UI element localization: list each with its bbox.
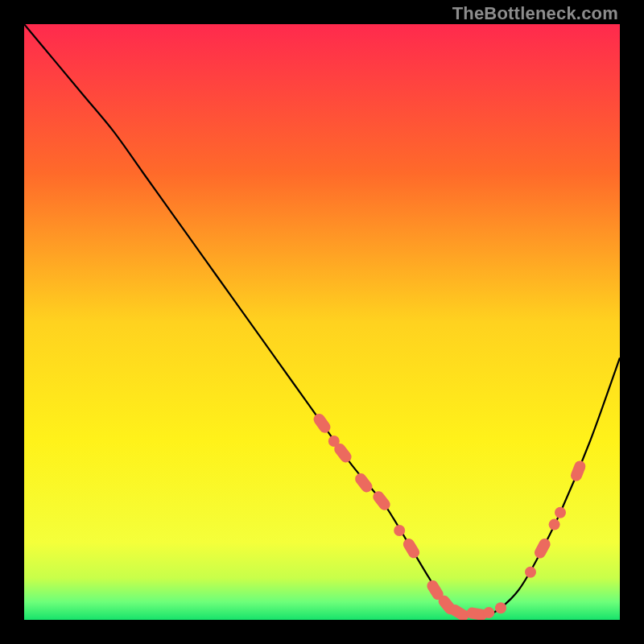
curve-marker-dot: [525, 567, 536, 578]
gradient-background: [24, 24, 620, 620]
chart-frame: [24, 24, 620, 620]
curve-marker-dot: [555, 507, 566, 518]
bottleneck-chart: [24, 24, 620, 620]
curve-marker-dot: [549, 519, 560, 530]
curve-marker-dot: [495, 602, 506, 613]
curve-marker-dot: [483, 607, 494, 618]
attribution-label: TheBottleneck.com: [452, 3, 618, 24]
curve-marker-dot: [394, 525, 405, 536]
